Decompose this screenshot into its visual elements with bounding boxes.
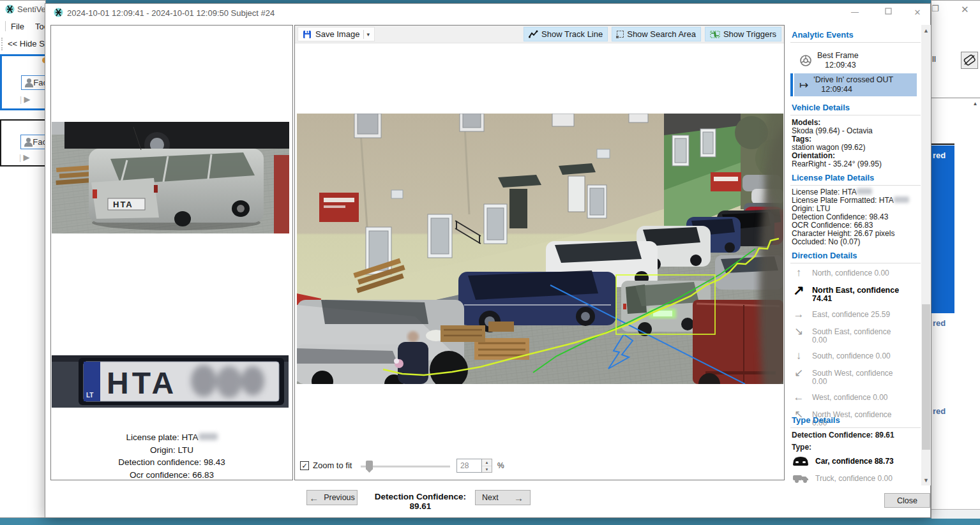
event-drive-in-crossed[interactable]: ↦ 'Drive In' crossed OUT 12:09:44 xyxy=(794,73,917,96)
west-arrow-icon: ← xyxy=(792,392,806,403)
main-app-window-left: SentiVeil File Too << Hide So Fac | ▶ Fa… xyxy=(0,0,46,518)
save-dropdown-arrow[interactable]: ▾ xyxy=(363,30,370,39)
scroll-up-icon[interactable]: ▲ xyxy=(921,25,931,34)
zoom-to-fit-checkbox[interactable]: ✓ xyxy=(300,461,309,470)
direction-details-heading: Direction Details xyxy=(792,251,918,260)
details-panel: Analytic Events Best Frame 12:09:43 ↦ 'D… xyxy=(790,27,931,485)
redacted-digits xyxy=(199,433,218,440)
close-button[interactable]: Close xyxy=(884,493,930,508)
show-track-line-toggle[interactable]: Show Track Line xyxy=(524,27,608,41)
search-area-icon xyxy=(617,31,624,38)
license-plate-details-heading: License Plate Details xyxy=(792,173,918,182)
clear-tag-button[interactable] xyxy=(961,52,978,69)
best-frame-icon xyxy=(799,54,812,67)
zoom-to-fit-label: Zoom to fit xyxy=(313,461,352,470)
zoom-percent-input[interactable]: 28 xyxy=(456,459,482,473)
direction-north: ↑ North, confidence 0.00 xyxy=(792,267,918,279)
triggers-icon xyxy=(710,30,720,39)
play-icon[interactable]: ▶ xyxy=(24,94,30,104)
nav-detection-confidence: Detection Confidence: 89.61 xyxy=(365,492,476,511)
maximize-icon[interactable]: ❐ xyxy=(931,4,939,13)
zoom-percent-stepper[interactable]: ▲ ▼ xyxy=(482,459,492,473)
stepper-up-icon[interactable]: ▲ xyxy=(482,459,492,466)
save-image-button[interactable]: Save Image ▾ xyxy=(298,27,375,41)
app-title: SentiVeil xyxy=(17,4,45,14)
scroll-down-icon[interactable]: ▼ xyxy=(921,477,931,484)
captured-panel: red xyxy=(931,145,954,313)
right-arrow-icon: → xyxy=(514,492,524,503)
plate-thumbnail: LT HTA xyxy=(52,355,289,408)
frame-viewer-panel: Save Image ▾ Show Track Line Show Search… xyxy=(294,25,785,480)
save-icon xyxy=(303,30,312,39)
left-arrow-icon: ← xyxy=(309,492,319,503)
zoom-slider[interactable] xyxy=(361,460,450,473)
show-triggers-toggle[interactable]: Show Triggers xyxy=(705,27,781,41)
best-shot-panel: HTA LT HTA xyxy=(50,25,293,480)
slashed-tag-icon xyxy=(961,52,977,68)
event-best-frame[interactable]: Best Frame 12:09:43 xyxy=(794,49,917,72)
track-line-icon xyxy=(529,30,538,38)
dialog-titlebar[interactable]: 2024-10-01 12:09:41 - 2024-10-01 12:09:5… xyxy=(45,4,930,22)
type-car: Car, confidence 88.73 xyxy=(792,455,918,467)
summary-ocr-confidence: Ocr confidence: 66.83 xyxy=(51,469,292,482)
type-truck: Truck, confidence 0.00 xyxy=(792,473,918,484)
plate-redacted-digits xyxy=(191,365,264,398)
north-arrow-icon: ↑ xyxy=(792,267,806,279)
show-search-area-toggle[interactable]: Show Search Area xyxy=(612,27,701,41)
scroll-up-icon[interactable]: ▲ xyxy=(971,101,979,107)
next-button[interactable]: Next → xyxy=(475,490,531,505)
subject-dialog: 2024-10-01 12:09:41 - 2024-10-01 12:09:5… xyxy=(45,3,931,518)
redacted-digits xyxy=(894,196,909,203)
maximize-icon[interactable] xyxy=(878,8,898,18)
dialog-title: 2024-10-01 12:09:41 - 2024-10-01 12:09:5… xyxy=(67,8,275,18)
summary-license-plate: License plate: HTA xyxy=(126,433,198,442)
south-arrow-icon: ↓ xyxy=(792,350,806,362)
enroll-label-partial: ll xyxy=(932,54,942,64)
previous-button[interactable]: ← Previous xyxy=(306,490,358,505)
percent-label: % xyxy=(497,461,504,470)
zoom-slider-thumb[interactable] xyxy=(366,461,373,473)
north-east-arrow-icon: ↗ xyxy=(792,285,806,296)
zoom-slider-track[interactable] xyxy=(361,466,450,468)
type-details: Detection Confidence: 89.61 Type: Car, c… xyxy=(792,431,918,489)
camera-frame-viewer[interactable] xyxy=(297,114,783,384)
plate-country-text: LT xyxy=(86,392,93,399)
stepper-down-icon[interactable]: ▼ xyxy=(482,466,492,473)
east-arrow-icon: → xyxy=(792,309,806,320)
analytic-events-heading: Analytic Events xyxy=(792,30,918,40)
hide-sources-button[interactable]: << Hide So xyxy=(8,39,46,48)
south-east-arrow-icon: ↘ xyxy=(792,326,806,337)
direction-west: ← West, confidence 0.00 xyxy=(792,392,918,403)
direction-south-west: ↙ South West, confidence 0.00 xyxy=(792,367,918,386)
toolbar-grip xyxy=(1,38,3,50)
vehicle-thumbnail: HTA xyxy=(52,122,289,233)
face-card-selected[interactable]: Fac | ▶ xyxy=(0,54,51,110)
summary-origin: Origin: LTU xyxy=(51,444,292,457)
play-icon[interactable]: ▶ xyxy=(23,152,29,162)
person-icon xyxy=(24,138,30,147)
direction-east: → East, confidence 25.59 xyxy=(792,309,918,320)
direction-south-east: ↘ South East, confidence 0.00 xyxy=(792,326,918,344)
zoom-controls: ✓ Zoom to fit 28 ▲ ▼ % xyxy=(295,459,784,475)
menu-file[interactable]: File xyxy=(11,22,24,31)
main-app-window-right: ❐ ✕ ll ▲ red red red xyxy=(931,0,980,518)
details-scrollbar[interactable]: ▲ ▼ xyxy=(921,25,931,485)
car-icon xyxy=(792,455,810,467)
selection-bar xyxy=(790,73,793,96)
face-card[interactable]: Fac | ▶ xyxy=(0,119,51,166)
scrollbar-thumb[interactable] xyxy=(922,304,930,450)
license-plate-details: License Plate: HTA License Plate Formatt… xyxy=(792,188,918,246)
status-bar xyxy=(931,509,980,519)
truck-icon xyxy=(792,473,810,484)
crossed-out-icon: ↦ xyxy=(799,78,808,92)
plate-letters-text: HTA xyxy=(107,366,177,400)
plate-summary: License plate: HTA Origin: LTU Detection… xyxy=(51,431,292,481)
direction-south: ↓ South, confidence 0.00 xyxy=(792,350,918,362)
close-icon[interactable]: ✕ xyxy=(961,4,969,15)
vehicle-details-heading: Vehicle Details xyxy=(792,103,918,112)
menu-divider xyxy=(5,21,6,31)
redacted-digits xyxy=(857,188,872,195)
close-icon[interactable]: ✕ xyxy=(908,8,927,18)
minimize-icon[interactable]: — xyxy=(845,8,864,18)
app-logo-icon xyxy=(5,4,15,14)
